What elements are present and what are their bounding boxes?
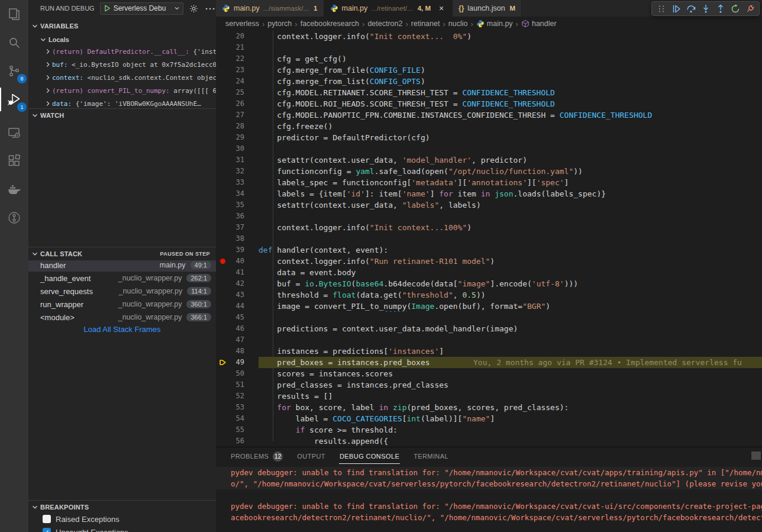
stack-frame-row[interactable]: serve_requests_nuclio_wrapper.py114:1 — [28, 285, 216, 298]
code-line[interactable]: 32 functionconfig = yaml.safe_load(open(… — [216, 166, 762, 177]
code-line[interactable]: 35 setattr(context.user_data, "labels", … — [216, 199, 762, 211]
variable-row[interactable]: context: <nuclio_sdk.context.Context obj… — [28, 71, 216, 84]
stack-frame-row[interactable]: run_wrapper_nuclio_wrapper.py360:1 — [28, 298, 216, 311]
code-line[interactable]: 33 labels_spec = functionconfig['metadat… — [216, 177, 762, 188]
checkbox[interactable]: ✓ — [43, 528, 51, 532]
load-all-stack-frames-link[interactable]: Load All Stack Frames — [28, 325, 216, 334]
variable-row[interactable]: (return) convert_PIL_to_numpy: array([[[… — [28, 84, 216, 97]
code-line[interactable]: 37 context.logger.info("Init context...1… — [216, 222, 762, 233]
remote-explorer-icon[interactable] — [0, 118, 28, 147]
code-line[interactable]: 26 cfg.MODEL.ROI_HEADS.SCORE_THRESH_TEST… — [216, 98, 762, 109]
continue-icon[interactable] — [669, 2, 683, 15]
docker-icon[interactable] — [0, 175, 28, 204]
code-line[interactable]: 29 predictor = DefaultPredictor(cfg) — [216, 132, 762, 143]
variable-name: buf: — [52, 61, 68, 69]
variable-row[interactable]: buf: <_io.BytesIO object at 0x7f5a2dc1ec… — [28, 58, 216, 71]
variable-row[interactable]: (return) DefaultPredictor.__call__: {'in… — [28, 45, 216, 58]
variables-scope-locals[interactable]: Locals — [28, 33, 216, 46]
breadcrumb-item-pytorch[interactable]: pytorch — [267, 20, 292, 28]
tab-main.py[interactable]: main.py.../siammask/...1 — [216, 0, 324, 17]
explorer-icon[interactable] — [0, 0, 28, 28]
code-line[interactable]: 53 for box, score, label in zip(pred_box… — [216, 402, 762, 413]
section-divider — [28, 108, 216, 109]
code-line[interactable]: 50 scores = instances.scores — [216, 368, 762, 379]
code-line[interactable]: 52 results = [] — [216, 391, 762, 402]
code-line[interactable]: 45 — [216, 312, 762, 323]
breadcrumb-item-serverless[interactable]: serverless — [225, 20, 259, 28]
source-control-icon[interactable]: 8 — [0, 57, 28, 85]
disconnect-icon[interactable] — [742, 2, 757, 15]
tab-name: main.py — [342, 4, 368, 12]
extensions-icon[interactable] — [0, 147, 28, 175]
breakpoints-section-header[interactable]: BREAKPOINTS — [28, 501, 216, 514]
code-line[interactable]: 27 cfg.MODEL.PANOPTIC_FPN.COMBINE.INSTAN… — [216, 109, 762, 121]
line-number: 32 — [229, 166, 259, 177]
code-line[interactable]: 42 buf = io.BytesIO(base64.b64decode(dat… — [216, 278, 762, 289]
panel-tab-problems[interactable]: PROBLEMS12 — [230, 447, 283, 466]
panel-tab-terminal[interactable]: TERMINAL — [413, 449, 449, 464]
code-line[interactable]: 24 cfg.merge_from_list(CONFIG_OPTS) — [216, 76, 762, 87]
code-line[interactable]: 47 — [216, 334, 762, 346]
breadcrumb-item-nuclio[interactable]: nuclio — [448, 20, 468, 28]
code-line[interactable]: 20 context.logger.info("Init context... … — [216, 31, 762, 42]
panel-tab-output[interactable]: OUTPUT — [296, 449, 326, 464]
debug-config-dropdown[interactable]: Serverless Debu — [100, 2, 183, 15]
search-icon[interactable] — [0, 28, 28, 57]
badge: 1 — [17, 102, 27, 112]
code-line[interactable]: 28 cfg.freeze() — [216, 121, 762, 132]
checkbox[interactable] — [43, 515, 51, 523]
code-line[interactable]: 39def handler(context, event): — [216, 244, 762, 256]
breadcrumb-item-detectron2[interactable]: detectron2 — [367, 20, 402, 28]
stack-frame-row[interactable]: _handle_event_nuclio_wrapper.py262:1 — [28, 272, 216, 285]
step-into-icon[interactable] — [698, 2, 713, 15]
circle-branch-icon[interactable] — [0, 204, 28, 232]
variables-section-header[interactable]: VARIABLES — [28, 20, 216, 33]
code-line[interactable]: 49 pred_boxes = instances.pred_boxesYou,… — [216, 357, 762, 368]
stack-frame-row[interactable]: <module>_nuclio_wrapper.py366:1 — [28, 311, 216, 324]
gear-icon[interactable] — [189, 4, 198, 13]
panel-scrollbar[interactable] — [751, 452, 761, 460]
step-over-icon[interactable] — [683, 2, 698, 15]
code-line[interactable]: 34 labels = {item['id']: item['name'] fo… — [216, 188, 762, 199]
code-line[interactable]: 54 label = COCO_CATEGORIES[int(label)]["… — [216, 413, 762, 424]
call-stack-section-header[interactable]: CALL STACK PAUSED ON STEP — [28, 247, 216, 260]
run-and-debug-icon[interactable]: 1 — [0, 85, 28, 114]
code-line[interactable]: 56 results.append({ — [216, 436, 762, 447]
breakpoint-icon[interactable] — [216, 256, 229, 267]
code-line[interactable]: 40 context.logger.info("Run retinanet-R1… — [216, 256, 762, 267]
tab-main.py[interactable]: main.py.../retinanet/...4, M× — [324, 0, 453, 17]
step-out-icon[interactable] — [713, 2, 728, 15]
code-line[interactable]: 55 if score >= threshold: — [216, 424, 762, 436]
debug-toolbar — [651, 1, 760, 16]
code-editor[interactable]: 20 context.logger.info("Init context... … — [216, 31, 762, 447]
breadcrumb-item-facebookresearch[interactable]: facebookresearch — [301, 20, 359, 28]
restart-icon[interactable] — [728, 2, 742, 15]
panel-tab-debug-console[interactable]: DEBUG CONSOLE — [339, 449, 400, 464]
code-line[interactable]: 30 — [216, 143, 762, 154]
breadcrumb-item-retinanet[interactable]: retinanet — [411, 20, 440, 28]
watch-section-header[interactable]: WATCH — [28, 109, 216, 122]
code-line[interactable]: 51 pred_classes = instances.pred_classes — [216, 379, 762, 391]
code-line[interactable]: 31 setattr(context.user_data, 'model_han… — [216, 154, 762, 166]
code-line[interactable]: 43 threshold = float(data.get("threshold… — [216, 289, 762, 301]
breakpoint-item[interactable]: ✓Uncaught Exceptions — [28, 525, 216, 532]
start-debug-icon[interactable] — [103, 4, 111, 12]
code-line[interactable]: 41 data = event.body — [216, 267, 762, 278]
line-number: 52 — [229, 391, 259, 402]
breakpoint-item[interactable]: Raised Exceptions — [28, 512, 216, 525]
code-line[interactable]: 46 predictions = context.user_data.model… — [216, 323, 762, 334]
code-line[interactable]: 36 — [216, 211, 762, 222]
close-icon[interactable]: × — [437, 4, 446, 13]
code-line[interactable]: 48 instances = predictions['instances'] — [216, 346, 762, 357]
breadcrumb-item-main.py[interactable]: main.py — [476, 20, 513, 28]
stack-frame-row[interactable]: handlermain.py49:1 — [28, 259, 216, 272]
breadcrumb-item-handler[interactable]: handler — [521, 20, 557, 28]
code-line[interactable]: 22 cfg = get_cfg() — [216, 53, 762, 65]
more-actions-icon[interactable]: ··· — [205, 4, 216, 14]
tab-launch.json[interactable]: {}launch.jsonM — [453, 0, 522, 17]
code-line[interactable]: 44 image = convert_PIL_to_numpy(Image.op… — [216, 301, 762, 312]
code-line[interactable]: 25 cfg.MODEL.RETINANET.SCORE_THRESH_TEST… — [216, 87, 762, 98]
code-line[interactable]: 21 — [216, 42, 762, 53]
code-line[interactable]: 38 — [216, 233, 762, 244]
code-line[interactable]: 23 cfg.merge_from_file(CONFIG_FILE) — [216, 65, 762, 76]
